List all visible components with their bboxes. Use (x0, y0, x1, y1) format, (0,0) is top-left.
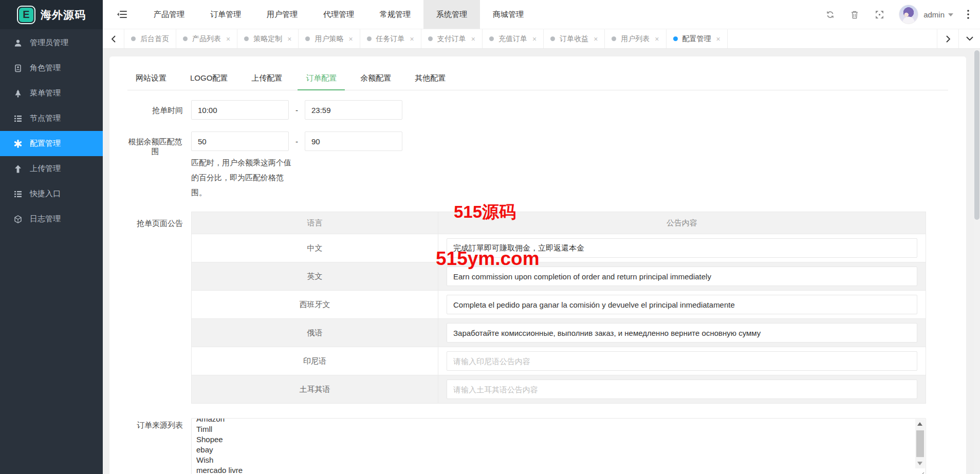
sidebar-item-upload-manage[interactable]: 上传管理 (0, 156, 103, 181)
tab-close-icon[interactable]: × (287, 35, 291, 43)
nav-item-order[interactable]: 订单管理 (197, 0, 254, 29)
tab-dot-icon (183, 36, 188, 41)
sidebar-item-admin-manage[interactable]: 管理员管理 (0, 30, 103, 55)
tab-dot-icon (612, 36, 616, 41)
table-row-turkish: 土耳其语 (192, 375, 926, 403)
user-dropdown-caret-icon[interactable] (948, 13, 953, 16)
user-icon (14, 39, 22, 47)
role-icon (14, 64, 22, 72)
config-gear-icon (14, 140, 22, 148)
tab-close-icon[interactable]: × (594, 35, 598, 43)
tab-dot-icon (673, 36, 678, 41)
tab-home[interactable]: 后台首页 (124, 29, 176, 48)
table-row-english: 英文 (192, 262, 926, 290)
sidebar-item-config-manage[interactable]: 配置管理 (0, 131, 103, 156)
nav-item-user[interactable]: 用户管理 (254, 0, 310, 29)
announcement-table-header: 语言 公告内容 (192, 212, 926, 234)
tab-close-icon[interactable]: × (655, 35, 659, 43)
nav-item-system[interactable]: 系统管理 (423, 0, 480, 29)
tab-task-order[interactable]: 任务订单× (360, 29, 421, 48)
table-row-russian: 俄语 (192, 318, 926, 347)
fullscreen-icon[interactable] (867, 0, 892, 29)
tab-dot-icon (550, 36, 555, 41)
tab-product-list[interactable]: 产品列表× (176, 29, 237, 48)
upload-icon (14, 165, 22, 173)
announcement-input-indonesian[interactable] (447, 351, 917, 371)
shortcut-list-icon (14, 190, 22, 198)
form-row-announcement: 抢单页面公告 语言 公告内容 中文 英文 (127, 212, 948, 404)
tab-logo-config[interactable]: LOGO配置 (182, 69, 236, 90)
page-scrollbar[interactable] (974, 49, 980, 474)
table-row-spanish: 西班牙文 (192, 290, 926, 318)
tab-bar: 后台首页 产品列表× 策略定制× 用户策略× 任务订单× 支付订单× 充值订单×… (103, 29, 980, 49)
table-row-indonesian: 印尼语 (192, 347, 926, 375)
tab-close-icon[interactable]: × (471, 35, 475, 43)
sidebar-item-role-manage[interactable]: 角色管理 (0, 55, 103, 81)
tab-close-icon[interactable]: × (716, 35, 720, 43)
scroll-up-icon[interactable] (917, 422, 922, 426)
avatar[interactable] (899, 5, 918, 24)
page-scrollbar-thumb[interactable] (974, 50, 979, 220)
nav-item-mall[interactable]: 商城管理 (480, 0, 537, 29)
announcement-input-spanish[interactable] (447, 295, 917, 314)
form-row-grab-time: 抢单时间 - (127, 100, 948, 120)
more-options-icon[interactable] (960, 0, 976, 29)
tab-close-icon[interactable]: × (532, 35, 537, 43)
textarea-scrollbar[interactable] (915, 419, 925, 468)
announcement-input-turkish[interactable] (447, 380, 917, 399)
balance-range-from-input[interactable] (191, 131, 289, 151)
tab-strategy-custom[interactable]: 策略定制× (237, 29, 299, 48)
row-language-label: 西班牙文 (192, 291, 438, 318)
watermark-515yuanma: 515源码 (454, 201, 516, 224)
tab-dot-icon (244, 36, 249, 41)
tabs-scroll-left-icon[interactable] (103, 29, 124, 48)
tab-order-profit[interactable]: 订单收益× (544, 29, 605, 48)
sidebar-item-log-manage[interactable]: 日志管理 (0, 206, 103, 232)
range-separator: - (295, 106, 298, 115)
tab-pay-order[interactable]: 支付订单× (421, 29, 483, 48)
nav-item-general[interactable]: 常规管理 (367, 0, 423, 29)
tabs-menu-icon[interactable] (958, 29, 980, 48)
open-tabs: 后台首页 产品列表× 策略定制× 用户策略× 任务订单× 支付订单× 充值订单×… (124, 29, 937, 48)
nav-item-agent[interactable]: 代理管理 (310, 0, 367, 29)
tabs-scroll-right-icon[interactable] (937, 29, 958, 48)
sidebar-item-shortcut-entry[interactable]: 快捷入口 (0, 181, 103, 206)
tab-close-icon[interactable]: × (410, 35, 414, 43)
tab-balance-config[interactable]: 余额配置 (352, 69, 399, 90)
config-tabs: 网站设置 LOGO配置 上传配置 订单配置 余额配置 其他配置 (127, 69, 948, 90)
sidebar: 管理员管理 角色管理 菜单管理 节点管理 配置管理 上传管理 快捷入口 日志管理 (0, 29, 103, 474)
header-nav: 产品管理 订单管理 用户管理 代理管理 常规管理 系统管理 商城管理 (103, 0, 818, 29)
announcement-input-russian[interactable] (447, 323, 917, 343)
tab-site-settings[interactable]: 网站设置 (127, 69, 175, 90)
tab-user-list[interactable]: 用户列表× (605, 29, 666, 48)
scroll-down-icon[interactable] (917, 462, 922, 465)
scrollbar-thumb[interactable] (916, 430, 924, 457)
tab-user-strategy[interactable]: 用户策略× (299, 29, 360, 48)
username[interactable]: admin (923, 10, 945, 19)
tab-order-config[interactable]: 订单配置 (298, 69, 345, 90)
nav-item-product[interactable]: 产品管理 (141, 0, 197, 29)
tab-dot-icon (428, 36, 433, 41)
clear-cache-icon[interactable] (842, 0, 867, 29)
row-language-label: 土耳其语 (192, 375, 438, 403)
balance-range-to-input[interactable] (305, 131, 402, 151)
resize-grip-icon[interactable] (918, 471, 924, 474)
sidebar-item-node-manage[interactable]: 节点管理 (0, 106, 103, 131)
row-language-label: 中文 (192, 234, 438, 262)
table-row-chinese: 中文 (192, 234, 926, 262)
refresh-icon[interactable] (818, 0, 842, 29)
tab-recharge-order[interactable]: 充值订单× (483, 29, 544, 48)
grab-time-from-input[interactable] (191, 100, 289, 120)
tab-config-manage[interactable]: 配置管理× (667, 29, 728, 48)
tab-other-config[interactable]: 其他配置 (406, 69, 454, 90)
tab-close-icon[interactable]: × (348, 35, 353, 43)
collapse-menu-icon[interactable] (103, 0, 141, 29)
order-source-textarea[interactable]: Amazon Timll Shopee ebay Wish mercado li… (191, 418, 926, 474)
tab-close-icon[interactable]: × (226, 35, 230, 43)
tab-dot-icon (489, 36, 494, 41)
grab-time-to-input[interactable] (305, 100, 402, 120)
tab-upload-config[interactable]: 上传配置 (243, 69, 290, 90)
sidebar-item-menu-manage[interactable]: 菜单管理 (0, 81, 103, 106)
log-icon (14, 215, 22, 223)
column-header-language: 语言 (192, 212, 438, 234)
